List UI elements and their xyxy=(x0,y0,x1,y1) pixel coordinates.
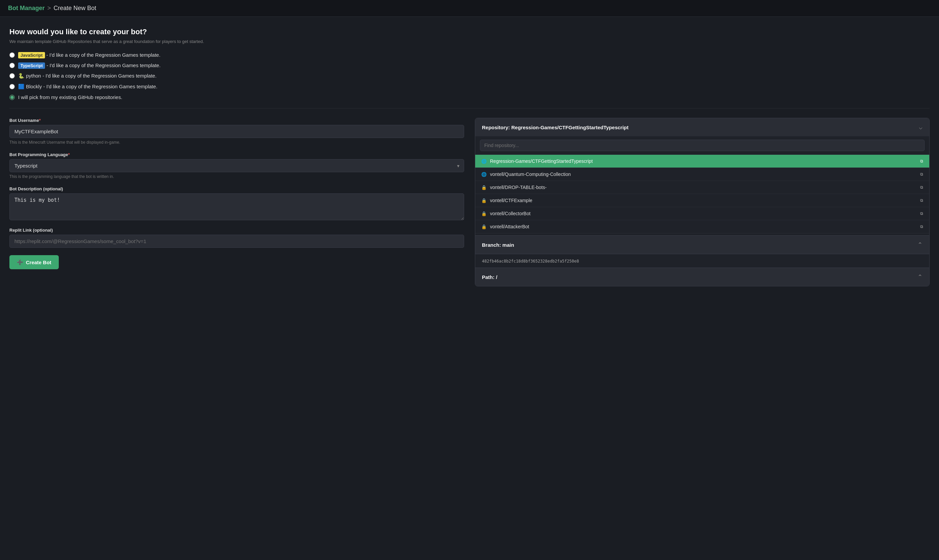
language-select-wrapper: Typescript JavaScript Python Blockly ▾ xyxy=(9,159,464,172)
globe-icon: 🌐 xyxy=(481,172,486,177)
bot-language-select[interactable]: Typescript JavaScript Python Blockly xyxy=(9,159,464,172)
radio-ts-label: TypeScript - I'd like a copy of the Regr… xyxy=(18,62,160,68)
repo-item[interactable]: 🔒 vontell/AttackerBot ⧉ xyxy=(475,220,929,233)
external-link-icon[interactable]: ⧉ xyxy=(920,185,923,190)
radio-js-label: JavaScript - I'd like a copy of the Regr… xyxy=(18,52,160,58)
radio-ts[interactable] xyxy=(9,63,15,68)
repo-search-input[interactable] xyxy=(480,140,925,151)
topbar-current-page: Create New Bot xyxy=(54,5,96,12)
radio-blockly-label: 🟦 Blockly - I'd like a copy of the Regre… xyxy=(18,84,157,90)
path-chevron-up-icon: ⌃ xyxy=(917,273,922,281)
radio-python-text: - I'd like a copy of the Regression Game… xyxy=(42,73,157,78)
topbar-separator: > xyxy=(47,5,51,12)
page-title: How would you like to create your bot? xyxy=(9,28,930,36)
repo-header-title: Repository: Regression-Games/CTFGettingS… xyxy=(482,125,628,130)
bot-description-group: Bot Description (optional) This is my bo… xyxy=(9,186,464,220)
repo-item-name: vontell/DROP-TABLE-bots- xyxy=(490,185,917,190)
bot-language-label: Bot Programming Language* xyxy=(9,152,464,157)
branch-panel-content: 482fb46ac8b2fc18d8bf3652328edb2fa5f250e8 xyxy=(475,254,929,268)
python-badge: 🐍 python xyxy=(18,73,41,78)
bot-username-label: Bot Username* xyxy=(9,118,464,123)
repo-item[interactable]: 🌐 vontell/Quantum-Computing-Collection ⧉ xyxy=(475,168,929,181)
ts-badge: TypeScript xyxy=(18,62,45,69)
bot-username-hint: This is the Minecraft Username that will… xyxy=(9,140,464,145)
radio-options: JavaScript - I'd like a copy of the Regr… xyxy=(9,52,930,100)
username-required: * xyxy=(39,118,41,123)
bot-language-hint: This is the programming language that th… xyxy=(9,174,464,179)
repo-item-name: vontell/AttackerBot xyxy=(490,224,917,229)
replit-link-input[interactable] xyxy=(9,235,464,248)
divider xyxy=(9,108,930,108)
branch-label: Branch: main xyxy=(482,242,514,248)
bot-description-input[interactable]: This is my bot! xyxy=(9,193,464,220)
external-link-icon[interactable]: ⧉ xyxy=(920,224,923,229)
radio-js[interactable] xyxy=(9,52,15,58)
left-column: Bot Username* This is the Minecraft User… xyxy=(9,118,464,269)
language-required: * xyxy=(68,152,70,157)
radio-option-ts[interactable]: TypeScript - I'd like a copy of the Regr… xyxy=(9,62,930,68)
repo-item-name: vontell/Quantum-Computing-Collection xyxy=(490,172,917,177)
radio-option-python[interactable]: 🐍 python - I'd like a copy of the Regres… xyxy=(9,73,930,79)
radio-blockly-text: - I'd like a copy of the Regression Game… xyxy=(43,84,157,89)
js-badge: JavaScript xyxy=(18,52,45,58)
branch-commit-hash: 482fb46ac8b2fc18d8bf3652328edb2fa5f250e8 xyxy=(482,259,579,263)
radio-blockly[interactable] xyxy=(9,84,15,89)
radio-js-text: - I'd like a copy of the Regression Game… xyxy=(46,52,160,58)
replit-link-group: Replit Link (optional) xyxy=(9,228,464,248)
blockly-badge: 🟦 Blockly xyxy=(18,84,42,89)
bot-manager-link[interactable]: Bot Manager xyxy=(8,5,45,12)
external-link-icon[interactable]: ⧉ xyxy=(920,159,923,163)
radio-option-js[interactable]: JavaScript - I'd like a copy of the Regr… xyxy=(9,52,930,58)
lock-icon: 🔒 xyxy=(481,198,486,203)
globe-icon: 🌐 xyxy=(481,159,486,164)
page-subtitle: We maintain template GitHub Repositories… xyxy=(9,39,930,44)
repo-item-name: Regression-Games/CTFGettingStartedTypesc… xyxy=(490,158,917,164)
topbar: Bot Manager > Create New Bot xyxy=(0,0,939,17)
plus-icon: ➕ xyxy=(17,259,23,265)
repo-item[interactable]: 🌐 Regression-Games/CTFGettingStartedType… xyxy=(475,155,929,168)
repo-item-name: vontell/CTFExample xyxy=(490,198,917,203)
replit-link-label: Replit Link (optional) xyxy=(9,228,464,233)
external-link-icon[interactable]: ⧉ xyxy=(920,211,923,216)
repo-chevron-down-icon: ⌵ xyxy=(919,123,922,131)
repo-search-area xyxy=(475,136,929,155)
external-link-icon[interactable]: ⧉ xyxy=(920,172,923,177)
radio-option-existing[interactable]: I will pick from my existing GitHub repo… xyxy=(9,94,930,100)
repo-item[interactable]: 🔒 vontell/CTFExample ⧉ xyxy=(475,194,929,207)
bot-language-group: Bot Programming Language* Typescript Jav… xyxy=(9,152,464,179)
radio-option-blockly[interactable]: 🟦 Blockly - I'd like a copy of the Regre… xyxy=(9,84,930,90)
bot-username-group: Bot Username* This is the Minecraft User… xyxy=(9,118,464,145)
radio-python-label: 🐍 python - I'd like a copy of the Regres… xyxy=(18,73,157,79)
create-bot-button[interactable]: ➕ Create Bot xyxy=(9,255,59,269)
create-bot-label: Create Bot xyxy=(26,260,51,265)
path-label: Path: / xyxy=(482,274,497,280)
right-column: Repository: Regression-Games/CTFGettingS… xyxy=(475,118,930,286)
main-content: How would you like to create your bot? W… xyxy=(0,17,939,297)
radio-existing-label: I will pick from my existing GitHub repo… xyxy=(18,94,122,100)
path-panel-header[interactable]: Path: / ⌃ xyxy=(475,268,929,286)
branch-chevron-up-icon: ⌃ xyxy=(917,241,922,248)
external-link-icon[interactable]: ⧉ xyxy=(920,198,923,203)
lock-icon: 🔒 xyxy=(481,185,486,190)
repo-item[interactable]: 🔒 vontell/CollectorBot ⧉ xyxy=(475,207,929,220)
radio-python[interactable] xyxy=(9,73,15,78)
radio-existing[interactable] xyxy=(9,95,15,100)
bot-username-input[interactable] xyxy=(9,125,464,138)
radio-ts-text: - I'd like a copy of the Regression Game… xyxy=(46,62,160,68)
repo-item[interactable]: 🔒 vontell/DROP-TABLE-bots- ⧉ xyxy=(475,181,929,194)
repo-list: 🌐 Regression-Games/CTFGettingStartedType… xyxy=(475,155,929,235)
branch-panel-header[interactable]: Branch: main ⌃ xyxy=(475,235,929,254)
lock-icon: 🔒 xyxy=(481,224,486,229)
repo-item-name: vontell/CollectorBot xyxy=(490,211,917,216)
form-layout: Bot Username* This is the Minecraft User… xyxy=(9,118,930,286)
repo-header[interactable]: Repository: Regression-Games/CTFGettingS… xyxy=(475,118,929,136)
lock-icon: 🔒 xyxy=(481,211,486,216)
bot-description-label: Bot Description (optional) xyxy=(9,186,464,191)
